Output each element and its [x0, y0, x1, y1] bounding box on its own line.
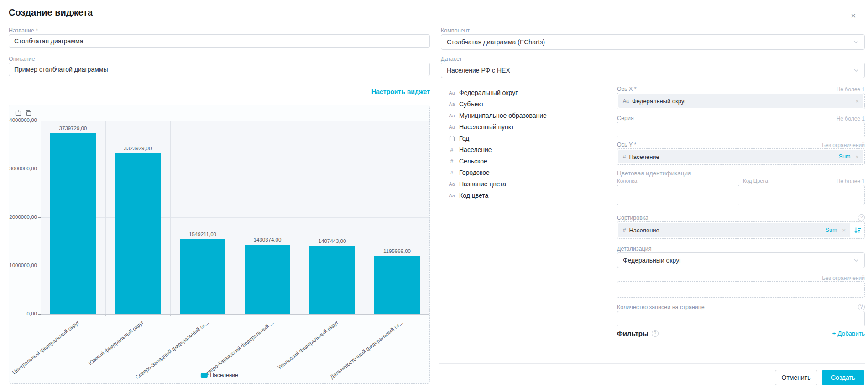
y-axis-line	[41, 121, 41, 315]
text-type-icon: Аа	[447, 90, 456, 95]
bar-value-label: 3739729,00	[41, 126, 105, 131]
series-label: Серия	[617, 115, 634, 121]
legend-swatch	[200, 373, 207, 378]
sorting-chip-label: Население	[629, 227, 822, 234]
aggregation-badge[interactable]: Sum	[839, 153, 851, 160]
legend-label: Население	[210, 372, 238, 378]
bar[interactable]	[309, 246, 355, 314]
name-input[interactable]	[9, 34, 430, 48]
field-label: Население	[459, 146, 492, 153]
filters-section: Фильтры ? + Добавить	[617, 330, 865, 337]
detail-value: Федеральный округ	[623, 257, 853, 264]
axis-x-dropzone[interactable]: Аа Федеральный округ ×	[617, 93, 865, 109]
detail-extra-limit: Без ограничений	[728, 275, 865, 281]
series-limit: Не более 1	[728, 116, 865, 122]
axis-y-chip-label: Население	[629, 153, 835, 160]
chart-preview: 4000000,003000000,002000000,001000000,00…	[9, 105, 430, 384]
create-button[interactable]: Создать	[822, 370, 864, 385]
description-input[interactable]	[9, 63, 430, 76]
y-axis-label: 0,00	[9, 311, 37, 316]
remove-icon[interactable]: ×	[842, 227, 846, 234]
color-code-dropzone[interactable]	[743, 185, 865, 205]
y-axis-label: 4000000,00	[9, 117, 37, 123]
sorting-dropzone[interactable]: # Население Sum ×	[617, 221, 865, 239]
axis-x-chip[interactable]: Аа Федеральный округ ×	[618, 94, 863, 108]
dataset-field[interactable]: #Сельское	[447, 158, 607, 164]
bar[interactable]	[180, 239, 225, 314]
field-label: Название цвета	[459, 180, 506, 188]
text-type-icon: Аа	[623, 98, 629, 104]
dataset-field[interactable]: АаФедеральный округ	[447, 89, 607, 96]
y-axis-label: 1000000,00	[9, 263, 37, 268]
chart-toolbox	[15, 109, 32, 116]
bar[interactable]	[50, 133, 96, 314]
axis-y-dropzone[interactable]: # Население Sum ×	[617, 148, 865, 165]
dataset-select[interactable]: Население РФ с HEX	[441, 63, 865, 78]
dataset-field[interactable]: АаНазвание цвета	[447, 181, 607, 187]
chevron-down-icon	[853, 39, 859, 45]
create-widget-dialog: Создание виджета × Название * Описание Н…	[0, 0, 868, 389]
number-type-icon: #	[447, 147, 456, 152]
remove-icon[interactable]: ×	[855, 153, 859, 160]
bar-value-label: 3323929,00	[106, 146, 170, 151]
add-filter-link[interactable]: + Добавить	[832, 330, 865, 337]
axis-y-chip[interactable]: # Население Sum ×	[618, 150, 863, 163]
chart-restore-icon[interactable]	[25, 109, 32, 116]
dataset-field[interactable]: АаНаселенный пункт	[447, 124, 607, 130]
bar-value-label: 1195969,00	[365, 248, 429, 254]
x-axis-label: Южный федеральный округ	[88, 320, 145, 366]
page-size-input[interactable]	[617, 311, 865, 326]
x-gridline	[170, 121, 171, 314]
field-label: Федеральный округ	[459, 89, 518, 96]
dataset-field[interactable]: АаСубъект	[447, 101, 607, 107]
field-label: Год	[459, 135, 469, 142]
color-limit: Не более 1	[728, 178, 865, 184]
dataset-field[interactable]: АаКод цвета	[447, 192, 607, 199]
x-axis-line	[41, 314, 429, 315]
chart-legend[interactable]: Население	[200, 372, 238, 378]
aggregation-badge[interactable]: Sum	[826, 227, 837, 233]
bar-value-label: 1549211,00	[171, 231, 235, 237]
detail-extra-dropzone[interactable]	[617, 281, 865, 298]
bar[interactable]	[374, 256, 420, 314]
sorting-chip[interactable]: # Население Sum ×	[618, 223, 850, 237]
component-value: Столбчатая диаграмма (ECharts)	[447, 38, 853, 46]
sort-descending-icon[interactable]	[854, 226, 862, 234]
bar-value-label: 1407443,00	[300, 238, 364, 244]
dataset-field[interactable]: #Население	[447, 147, 607, 153]
bar[interactable]	[115, 153, 161, 314]
dataset-field[interactable]: #Городское	[447, 169, 607, 176]
x-gridline	[365, 121, 365, 314]
field-label: Субъект	[459, 100, 484, 108]
filters-help-icon[interactable]: ?	[652, 330, 659, 337]
x-axis-tick	[429, 314, 430, 316]
axis-y-limit: Без ограничений	[728, 142, 865, 148]
chart-zoom-select-icon[interactable]	[15, 109, 22, 116]
color-column-dropzone[interactable]	[617, 185, 739, 205]
dataset-field[interactable]: Год	[447, 135, 607, 142]
cancel-button[interactable]: Отменить	[775, 370, 817, 385]
bar[interactable]	[245, 245, 290, 314]
field-label: Городское	[459, 169, 490, 176]
remove-icon[interactable]: ×	[855, 98, 859, 105]
text-type-icon: Аа	[447, 101, 456, 107]
dataset-label: Датасет	[441, 56, 462, 62]
dataset-field[interactable]: АаМуниципальное образование	[447, 112, 607, 119]
sorting-help-icon[interactable]: ?	[858, 214, 865, 221]
x-gridline	[300, 121, 300, 314]
field-label: Населенный пункт	[459, 123, 514, 131]
number-type-icon: #	[447, 158, 456, 164]
detail-select[interactable]: Федеральный округ	[617, 252, 865, 268]
dataset-value: Население РФ с HEX	[447, 67, 853, 74]
number-type-icon: #	[447, 170, 456, 175]
configure-widget-link[interactable]: Настроить виджет	[371, 88, 430, 95]
x-axis-label: Северо-Кавказский федеральный ...	[201, 320, 275, 378]
series-dropzone[interactable]	[617, 122, 865, 137]
page-size-help-icon[interactable]: ?	[858, 304, 865, 310]
x-axis-label: Уральский федеральный округ	[277, 320, 340, 370]
close-icon[interactable]: ×	[851, 11, 856, 20]
bar-value-label: 1430374,00	[235, 237, 299, 242]
text-type-icon: Аа	[447, 124, 456, 130]
component-select[interactable]: Столбчатая диаграмма (ECharts)	[441, 34, 865, 50]
bar-chart: 4000000,003000000,002000000,001000000,00…	[9, 105, 429, 383]
